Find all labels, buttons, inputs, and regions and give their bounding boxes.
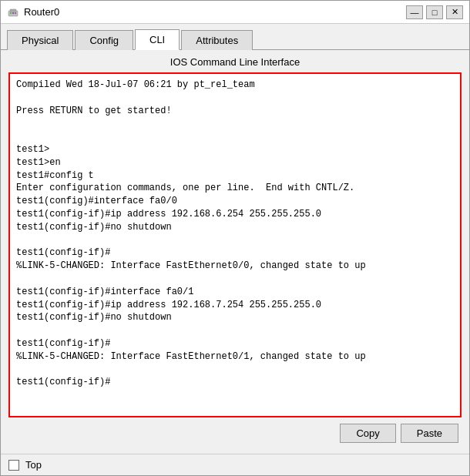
app-icon bbox=[7, 6, 19, 18]
cli-title: IOS Command Line Interface bbox=[8, 56, 462, 68]
terminal-text: Compiled Wed 18-Jul-07 06:21 by pt_rel_t… bbox=[16, 79, 454, 389]
maximize-button[interactable]: □ bbox=[426, 5, 443, 19]
svg-point-4 bbox=[15, 12, 16, 14]
tab-physical[interactable]: Physical bbox=[7, 30, 73, 50]
minimize-button[interactable]: — bbox=[406, 5, 423, 19]
paste-button[interactable]: Paste bbox=[401, 424, 458, 443]
svg-rect-1 bbox=[10, 9, 16, 12]
terminal-wrapper: Compiled Wed 18-Jul-07 06:21 by pt_rel_t… bbox=[8, 72, 462, 417]
title-bar-left: Router0 bbox=[7, 6, 59, 18]
tab-cli[interactable]: CLI bbox=[135, 29, 180, 50]
copy-button[interactable]: Copy bbox=[340, 424, 395, 443]
terminal-scroll[interactable]: Compiled Wed 18-Jul-07 06:21 by pt_rel_t… bbox=[10, 74, 460, 416]
close-button[interactable]: ✕ bbox=[446, 5, 463, 19]
window-title: Router0 bbox=[24, 6, 59, 18]
bottom-bar: Top bbox=[1, 454, 469, 475]
svg-point-2 bbox=[10, 12, 12, 14]
title-bar: Router0 — □ ✕ bbox=[1, 1, 469, 24]
svg-point-3 bbox=[12, 12, 14, 14]
top-label: Top bbox=[25, 459, 42, 471]
top-checkbox[interactable] bbox=[8, 460, 19, 471]
content-area: IOS Command Line Interface Compiled Wed … bbox=[1, 50, 469, 454]
tab-config[interactable]: Config bbox=[75, 30, 133, 50]
title-bar-controls: — □ ✕ bbox=[406, 5, 463, 19]
tab-bar: Physical Config CLI Attributes bbox=[1, 24, 469, 50]
button-row: Copy Paste bbox=[8, 417, 462, 448]
tab-attributes[interactable]: Attributes bbox=[181, 30, 253, 50]
main-window: Router0 — □ ✕ Physical Config CLI Attrib… bbox=[0, 0, 470, 476]
